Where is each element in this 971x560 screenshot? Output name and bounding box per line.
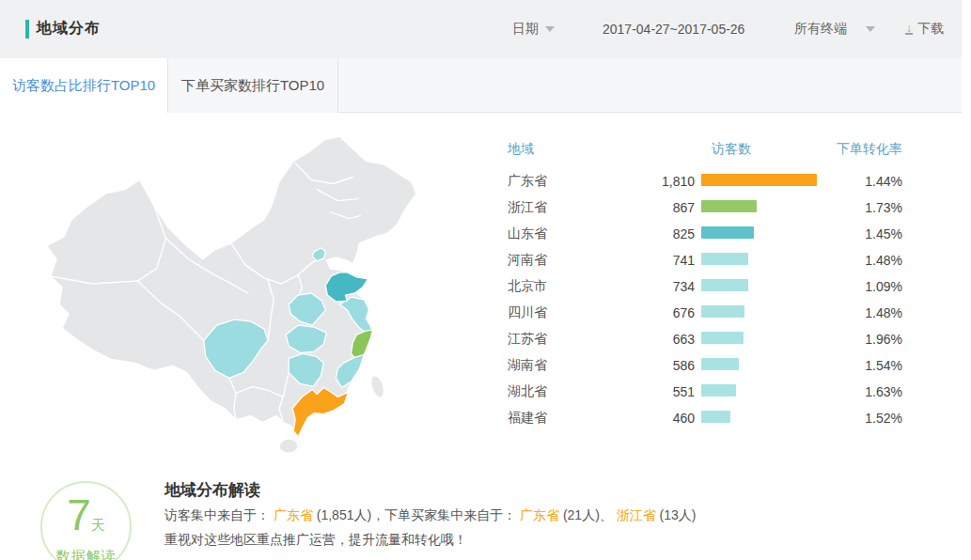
row-conversion: 1.09% [833,279,902,294]
row-region: 江苏省 [508,331,630,348]
row-region: 四川省 [508,304,630,321]
tab-strip: 访客数占比排行TOP10 下单买家数排行TOP10 [0,58,962,113]
badge-caption: 数据解读 [42,548,130,560]
page-title: 地域分布 [37,19,101,39]
row-visitors: 741 [630,253,701,268]
terminal-dropdown-label: 所有终端 [794,21,847,38]
row-visitors: 460 [630,411,701,426]
highlight-province-link[interactable]: 广东省 [520,507,559,522]
row-bar [701,411,730,423]
text-segment: (21人)、 [559,507,617,522]
row-region: 北京市 [508,278,630,295]
row-bar [701,279,748,291]
row-bar [701,384,736,397]
highlight-province-link[interactable]: 广东省 [274,507,313,522]
column-header-conversion: 下单转化率 [833,141,902,158]
row-visitors: 867 [630,200,701,215]
column-header-region: 地域 [508,141,630,158]
text-segment: (13人) [656,507,697,522]
row-conversion: 1.63% [833,384,902,399]
row-conversion: 1.96% [833,332,902,347]
tab-label: 下单买家数排行TOP10 [181,77,324,95]
row-visitors: 1,810 [630,174,701,189]
row-visitors: 586 [630,358,701,373]
row-region: 山东省 [508,226,630,242]
table-row: 江苏省 663 1.96% [508,326,902,352]
table-row: 湖南省 586 1.54% [508,352,902,379]
row-conversion: 1.52% [833,411,902,426]
date-range: 2017-04-27~2017-05-26 [603,0,744,58]
row-bar [701,253,748,265]
row-visitors: 551 [630,384,701,399]
download-icon: ↓ [905,23,913,35]
row-bar [701,226,754,239]
map-province-taiwan[interactable] [368,374,386,399]
date-dropdown[interactable]: 日期 [512,0,555,58]
date-dropdown-label: 日期 [512,21,539,38]
row-region: 广东省 [508,173,630,190]
terminal-dropdown[interactable]: 所有终端 [794,0,875,58]
row-region: 浙江省 [508,199,630,216]
text-segment: 访客集中来自于： [164,507,274,522]
topbar: 地域分布 日期 2017-04-27~2017-05-26 所有终端 ↓ 下载 [0,0,962,58]
table-row: 湖北省 551 1.63% [508,379,902,405]
row-bar [701,305,744,318]
row-region: 福建省 [508,410,630,427]
rank-table-body: 广东省 1,810 1.44% 浙江省 867 1.73% 山东省 825 1.… [508,168,902,431]
row-bar [701,332,744,344]
table-row: 北京市 734 1.09% [508,273,902,300]
row-region: 河南省 [508,252,630,269]
ranking-table: 地域 访客数 下单转化率 广东省 1,810 1.44% 浙江省 867 1.7… [508,141,902,431]
row-bar [701,200,757,212]
tab-buyer-ranking[interactable]: 下单买家数排行TOP10 [167,58,338,113]
row-region: 湖北省 [508,383,630,400]
download-label: 下载 [917,21,944,38]
row-conversion: 1.73% [833,200,902,215]
interpretation-line2: 重视对这些地区重点推广运营，提升流量和转化哦！ [164,532,467,549]
table-row: 浙江省 867 1.73% [508,194,902,221]
map-province-hainan[interactable] [279,439,298,453]
interpretation-heading: 地域分布解读 [164,479,260,501]
table-row: 四川省 676 1.48% [508,300,902,326]
row-conversion: 1.45% [833,226,902,241]
title-accent-bar [25,20,29,39]
row-conversion: 1.48% [833,305,902,320]
row-visitors: 825 [630,226,701,241]
date-range-value: 2017-04-27~2017-05-26 [603,22,744,37]
table-row: 广东省 1,810 1.44% [508,168,902,194]
table-row: 福建省 460 1.52% [508,405,902,431]
badge-number: 7 [67,490,91,539]
column-header-visitors: 访客数 [630,141,833,158]
row-conversion: 1.44% [833,174,902,189]
seven-day-badge: 7天 数据解读 [40,481,132,560]
highlight-province-link[interactable]: 浙江省 [617,507,656,522]
title-block: 地域分布 [25,19,101,39]
china-map[interactable] [36,125,479,456]
chevron-down-icon [545,26,555,32]
badge-days: 7天 [42,494,130,546]
table-row: 山东省 825 1.45% [508,221,902,247]
interpretation-line1: 访客集中来自于： 广东省 (1,851人)，下单买家集中来自于： 广东省 (21… [164,507,697,524]
tab-visitor-ranking[interactable]: 访客数占比排行TOP10 [0,58,167,114]
table-row: 河南省 741 1.48% [508,247,902,273]
badge-unit: 天 [91,517,105,533]
chevron-down-icon [866,26,875,32]
tab-label: 访客数占比排行TOP10 [12,77,155,95]
row-visitors: 676 [630,305,701,320]
row-region: 湖南省 [508,357,630,374]
row-conversion: 1.48% [833,253,902,268]
table-header: 地域 访客数 下单转化率 [508,141,902,158]
download-button[interactable]: ↓ 下载 [905,0,944,58]
row-bar [701,358,739,370]
text-segment: (1,851人)，下单买家集中来自于： [313,507,520,522]
row-conversion: 1.54% [833,358,902,373]
row-visitors: 734 [630,279,701,294]
regional-distribution-page: 地域分布 日期 2017-04-27~2017-05-26 所有终端 ↓ 下载 … [0,0,971,560]
row-visitors: 663 [630,332,701,347]
row-bar [701,174,817,186]
